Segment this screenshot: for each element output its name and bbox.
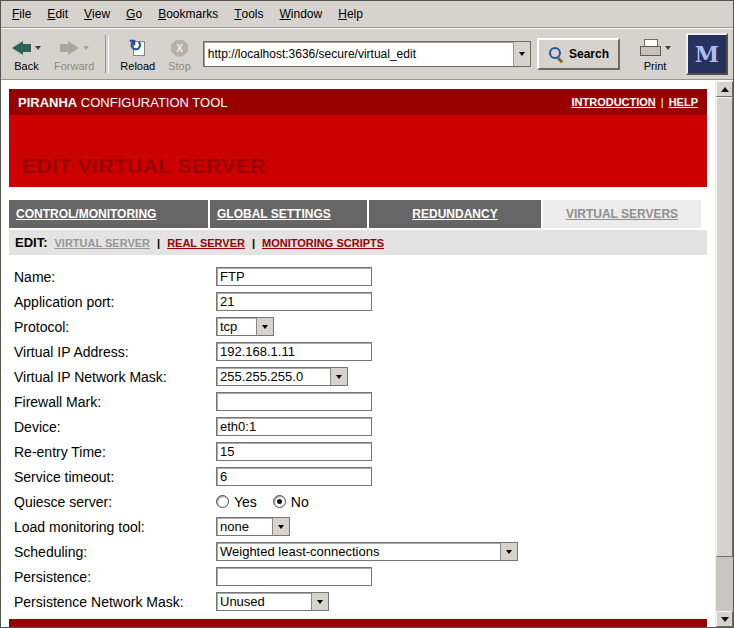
chevron-down-icon [262, 325, 268, 329]
reload-button[interactable]: Reload [114, 32, 161, 76]
scrollbar-thumb[interactable] [716, 97, 733, 557]
virtual-ip-network-mask-label: Virtual IP Network Mask: [9, 369, 216, 385]
url-input[interactable] [204, 42, 513, 66]
virtual-ip-network-mask-select[interactable]: 255.255.255.0 [216, 367, 348, 386]
tab-virtual-servers[interactable]: VIRTUAL SERVERS [543, 200, 701, 228]
brand-strong: PIRANHA [18, 95, 77, 110]
scroll-down-button[interactable] [716, 611, 733, 627]
tab-global-settings[interactable]: GLOBAL SETTINGS [210, 200, 367, 228]
search-button[interactable]: Search [537, 38, 620, 70]
menu-view[interactable]: View [76, 1, 118, 27]
browser-content: PIRANHA CONFIGURATION TOOL INTRODUCTION|… [1, 80, 733, 627]
persistence-network-mask-select[interactable]: Unused [216, 592, 329, 611]
menu-window[interactable]: Window [272, 1, 331, 27]
form-row-persistence: Persistence: [9, 564, 707, 589]
scrollbar-track[interactable] [716, 557, 733, 611]
forward-button[interactable]: Forward [48, 32, 100, 76]
virtual-ip-address-label: Virtual IP Address: [9, 344, 216, 360]
menu-file[interactable]: File [4, 1, 39, 27]
page-header-bar: PIRANHA CONFIGURATION TOOL INTRODUCTION|… [9, 89, 707, 115]
url-dropdown-button[interactable] [513, 42, 530, 66]
menu-help[interactable]: Help [330, 1, 371, 27]
protocol-select[interactable]: tcp [216, 317, 274, 336]
dropdown-arrow-button[interactable] [272, 518, 289, 535]
menubar: FileEditViewGoBookmarksToolsWindowHelp [1, 1, 733, 28]
menu-edit[interactable]: Edit [39, 1, 76, 27]
scheduling-label: Scheduling: [9, 544, 216, 560]
search-icon [548, 46, 564, 62]
radio-button-icon[interactable] [216, 495, 229, 508]
scroll-up-button[interactable] [716, 81, 733, 97]
form-row-firewall-mark: Firewall Mark: [9, 389, 707, 414]
browser-toolbar: Back Forward Reload Stop [1, 28, 733, 80]
forward-dropdown-icon[interactable] [83, 46, 89, 50]
dropdown-arrow-button[interactable] [311, 593, 328, 610]
vs-form: Name:Application port:Protocol:tcpVirtua… [9, 255, 707, 614]
stop-button[interactable]: Stop [162, 32, 197, 76]
introduction-link[interactable]: INTRODUCTION [571, 96, 655, 108]
form-row-virtual-ip-address: Virtual IP Address: [9, 339, 707, 364]
form-row-re-entry-time: Re-entry Time: [9, 439, 707, 464]
name-input[interactable] [216, 267, 372, 286]
protocol-selected-value: tcp [217, 318, 256, 335]
device-input[interactable] [216, 417, 372, 436]
form-row-protocol: Protocol:tcp [9, 314, 707, 339]
dropdown-arrow-button[interactable] [256, 318, 273, 335]
menu-tools[interactable]: Tools [226, 1, 271, 27]
persistence-network-mask-label: Persistence Network Mask: [9, 594, 216, 610]
protocol-label: Protocol: [9, 319, 216, 335]
quiesce-server-option-yes[interactable]: Yes [216, 494, 257, 510]
print-dropdown-icon[interactable] [665, 46, 671, 50]
persistence-input[interactable] [216, 567, 372, 586]
form-row-persistence-network-mask: Persistence Network Mask:Unused [9, 589, 707, 614]
chevron-down-icon [317, 600, 323, 604]
virtual-ip-address-input[interactable] [216, 342, 372, 361]
vertical-scrollbar[interactable] [715, 81, 733, 627]
page-title: EDIT VIRTUAL SERVER [22, 154, 266, 178]
dropdown-arrow-button[interactable] [330, 368, 347, 385]
load-monitoring-tool-selected-value: none [217, 518, 272, 535]
chevron-down-icon [278, 525, 284, 529]
quiesce-server-option-no[interactable]: No [273, 494, 309, 510]
virtual-ip-network-mask-selected-value: 255.255.255.0 [217, 368, 330, 385]
help-link[interactable]: HELP [669, 96, 698, 108]
subnav-link-real-server[interactable]: REAL SERVER [167, 237, 245, 249]
menu-go[interactable]: Go [118, 1, 150, 27]
scheduling-selected-value: Weighted least-connections [217, 543, 500, 560]
page-footer-strip [9, 619, 707, 627]
form-row-application-port: Application port: [9, 289, 707, 314]
form-row-service-timeout: Service timeout: [9, 464, 707, 489]
service-timeout-input[interactable] [216, 467, 372, 486]
page-title-band: EDIT VIRTUAL SERVER [9, 115, 707, 187]
print-label: Print [644, 60, 667, 72]
back-icon [12, 41, 31, 55]
re-entry-time-input[interactable] [216, 442, 372, 461]
device-label: Device: [9, 419, 216, 435]
radio-button-icon[interactable] [273, 495, 286, 508]
load-monitoring-tool-select[interactable]: none [216, 517, 290, 536]
mozilla-logo-icon[interactable]: M [686, 33, 728, 75]
form-row-scheduling: Scheduling:Weighted least-connections [9, 539, 707, 564]
forward-label: Forward [54, 60, 94, 72]
firewall-mark-input[interactable] [216, 392, 372, 411]
persistence-label: Persistence: [9, 569, 216, 585]
subnav-link-monitoring-scripts[interactable]: MONITORING SCRIPTS [262, 237, 384, 249]
back-dropdown-icon[interactable] [35, 46, 41, 50]
arrow-down-icon [721, 617, 729, 622]
arrow-up-icon [721, 87, 729, 92]
tab-redundancy[interactable]: REDUNDANCY [369, 200, 541, 228]
subnav-link-virtual-server[interactable]: VIRTUAL SERVER [55, 237, 151, 249]
tab-control-monitoring[interactable]: CONTROL/MONITORING [9, 200, 208, 228]
application-port-input[interactable] [216, 292, 372, 311]
application-port-label: Application port: [9, 294, 216, 310]
back-label: Back [14, 60, 38, 72]
form-row-quiesce-server: Quiesce server:YesNo [9, 489, 707, 514]
form-row-device: Device: [9, 414, 707, 439]
print-button[interactable]: Print [633, 32, 677, 76]
back-button[interactable]: Back [6, 32, 47, 76]
scheduling-select[interactable]: Weighted least-connections [216, 542, 518, 561]
forward-icon [60, 41, 79, 55]
dropdown-arrow-button[interactable] [500, 543, 517, 560]
menu-bookmarks[interactable]: Bookmarks [150, 1, 226, 27]
form-row-load-monitoring-tool: Load monitoring tool:none [9, 514, 707, 539]
